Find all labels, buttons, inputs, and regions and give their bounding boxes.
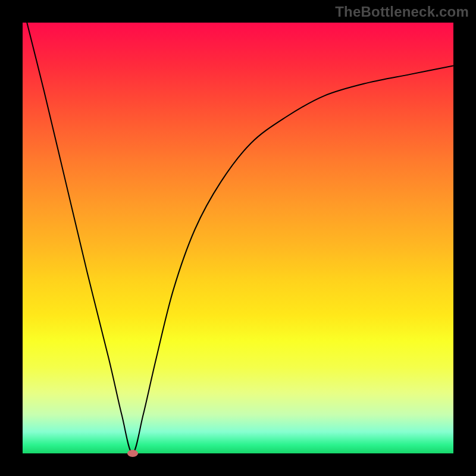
bottleneck-curve-svg [23,23,453,453]
bottleneck-curve-path [23,23,453,453]
chart-frame: TheBottleneck.com [0,0,476,476]
watermark-text: TheBottleneck.com [335,4,469,20]
minimum-point-marker [127,450,138,457]
